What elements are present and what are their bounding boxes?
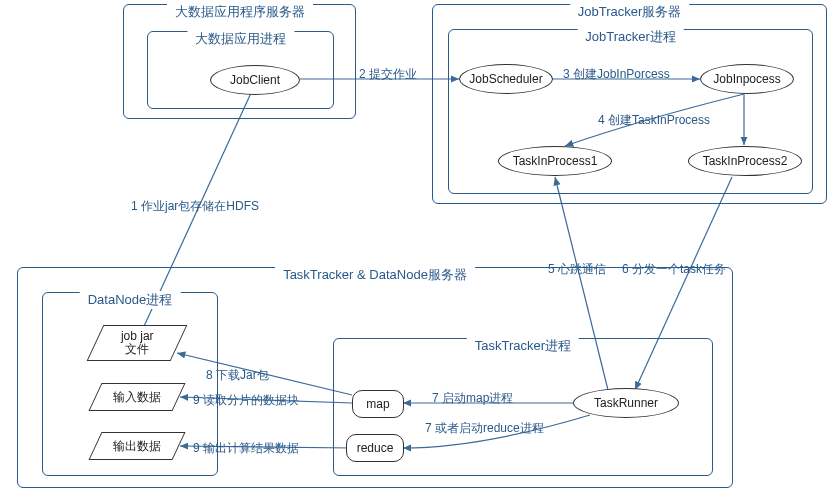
edge-9b-label: 9 输出计算结果数据 [193,440,299,457]
jobjar-label: job jar 文件 [121,330,154,356]
jobscheduler-label: JobScheduler [469,72,542,86]
jobjar-node: job jar 文件 [87,325,188,361]
map-label: map [366,397,389,411]
taskrunner-node: TaskRunner [573,388,679,418]
edge-6-label: 6 分发一个task任务 [622,261,726,278]
edge-8-label: 8 下载Jar包 [206,367,269,384]
map-node: map [352,390,404,418]
taskinprocess2-node: TaskInProcess2 [688,146,802,176]
edge-3-label: 3 创建JobInPorcess [563,66,670,83]
datanode-process-title: DataNode进程 [80,291,181,309]
app-process-title: 大数据应用进程 [187,30,294,48]
edge-5-label: 5 心跳通信 [548,261,606,278]
jobclient-label: JobClient [230,73,280,87]
edge-2-label: 2 提交作业 [359,66,417,83]
reduce-label: reduce [357,441,394,455]
taskinprocess1-label: TaskInProcess1 [513,154,598,168]
outputdata-node: 输出数据 [88,432,185,460]
jobscheduler-node: JobScheduler [459,64,553,94]
edge-7a-label: 7 启动map进程 [432,390,513,407]
jobinprocess-label: JobInpocess [713,72,780,86]
edge-4-label: 4 创建TaskInProcess [598,112,710,129]
taskinprocess1-node: TaskInProcess1 [498,146,612,176]
outputdata-label: 输出数据 [113,438,161,455]
app-server-box: 大数据应用程序服务器 大数据应用进程 [123,4,356,119]
inputdata-node: 输入数据 [88,383,185,411]
taskrunner-label: TaskRunner [594,396,658,410]
inputdata-label: 输入数据 [113,389,161,406]
jobinprocess-node: JobInpocess [700,64,794,94]
edge-1-label: 1 作业jar包存储在HDFS [131,198,259,215]
tasktracker-process-title: TaskTracker进程 [467,337,579,355]
reduce-node: reduce [346,434,404,462]
edge-9a-label: 9 读取分片的数据块 [193,392,299,409]
tasktracker-server-title: TaskTracker & DataNode服务器 [275,266,475,284]
jobtracker-process-title: JobTracker进程 [577,28,684,46]
edge-7b-label: 7 或者启动reduce进程 [425,420,544,437]
jobtracker-server-title: JobTracker服务器 [570,3,690,21]
jobclient-node: JobClient [210,65,300,95]
taskinprocess2-label: TaskInProcess2 [703,154,788,168]
app-server-title: 大数据应用程序服务器 [167,3,313,21]
